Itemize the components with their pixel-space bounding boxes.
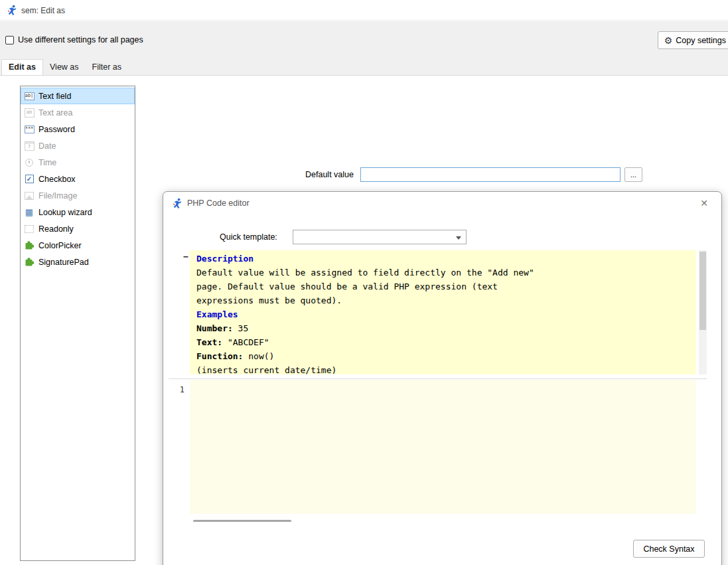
default-value-browse-button[interactable]: ... [624,167,642,182]
description-panel: Description Default value will be assign… [190,250,696,374]
use-different-settings-checkbox[interactable] [5,36,14,44]
window-title: sem: Edit as [21,6,65,15]
examples-heading: Examples [196,309,238,319]
list-item-password[interactable]: *** Password [21,121,135,137]
file-image-icon [24,191,35,201]
check-syntax-button[interactable]: Check Syntax [633,540,705,558]
scrollbar-thumb[interactable] [193,520,291,522]
example-line: Number: 35 [196,321,690,335]
description-scrollbar[interactable] [699,250,707,374]
text-area-icon: ab [24,108,35,118]
code-horizontal-scrollbar[interactable] [190,519,696,524]
list-item-readonly[interactable]: Readonly [21,220,135,237]
list-item-text-field[interactable]: ab| Text field [21,88,135,104]
copy-settings-button[interactable]: ⚙ Copy settings [658,31,728,49]
text-field-icon: ab| [24,91,35,102]
tab-view-as[interactable]: View as [43,60,86,75]
quick-template-label: Quick template: [220,232,277,242]
copy-settings-label: Copy settings [676,36,726,45]
settings-band: Use different settings for all pages ⚙ C… [0,21,728,58]
description-line: Default value will be assigned to field … [196,266,690,280]
use-different-settings-label: Use different settings for all pages [18,35,143,44]
list-item-signaturepad[interactable]: SignaturePad [21,254,135,270]
password-icon: *** [24,124,35,135]
close-icon[interactable]: ✕ [699,197,709,209]
list-item-text-area[interactable]: ab Text area [21,104,135,121]
example-line: Function: now() [196,349,690,363]
time-icon [24,157,35,168]
window-titlebar: sem: Edit as [0,0,728,21]
tabstrip: Edit as View as Filter as [0,58,728,75]
tab-filter-as[interactable]: Filter as [86,60,128,75]
fold-collapse-icon[interactable]: − [173,252,188,262]
scrollbar-thumb[interactable] [699,252,706,330]
gear-icon: ⚙ [664,36,673,45]
lookup-wizard-icon: ▦ [24,207,35,218]
phprunner-icon [7,5,17,18]
content-panel: ab| Text field ab Text area *** Password… [0,75,728,565]
date-icon: 7 [24,141,35,151]
quick-template-select[interactable] [293,230,467,244]
default-value-label: Default value [305,170,354,179]
list-item-colorpicker[interactable]: ColorPicker [21,237,135,254]
description-note: (inserts current date/time) [196,363,690,374]
description-heading: Description [196,254,254,264]
tab-edit-as[interactable]: Edit as [1,59,43,76]
divider [169,378,707,379]
list-item-time[interactable]: Time [21,154,135,171]
puzzle-icon [24,240,35,251]
list-item-date[interactable]: 7 Date [21,137,135,154]
code-editor-input[interactable] [190,380,696,514]
list-item-lookup-wizard[interactable]: ▦ Lookup wizard [21,204,135,220]
puzzle-icon [24,257,35,268]
example-line: Text: "ABCDEF" [196,335,690,349]
readonly-icon [24,224,35,234]
chevron-down-icon [456,236,461,240]
list-item-checkbox[interactable]: ✓ Checkbox [21,171,135,187]
php-code-editor-dialog: PHP Code editor ✕ Quick template: − Desc… [163,191,722,565]
list-item-file-image[interactable]: File/Image [21,187,135,204]
app-window: sem: Edit as Use different settings for … [0,0,728,565]
checkbox-icon: ✓ [24,174,35,185]
default-value-input[interactable] [360,167,620,182]
code-line-numbers: 1 [169,380,190,514]
description-line: expressions must be quoted). [196,293,690,307]
phprunner-icon [172,198,182,211]
field-type-list: ab| Text field ab Text area *** Password… [20,86,135,561]
dialog-titlebar: PHP Code editor ✕ [163,192,721,214]
description-line: page. Default value should be a valid PH… [196,280,690,293]
dialog-title: PHP Code editor [187,199,250,208]
